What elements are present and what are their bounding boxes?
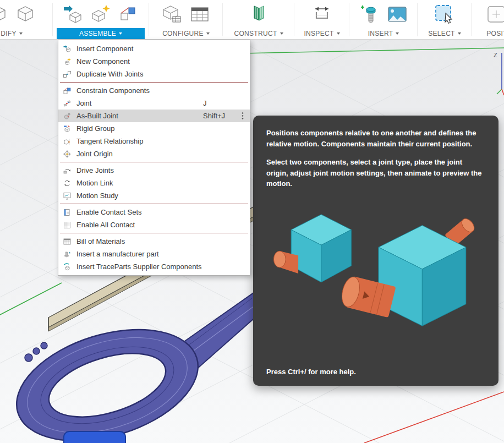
motion-link-icon	[63, 179, 73, 188]
viewcube-z-label: Z	[494, 52, 497, 58]
menu-item-constrain-components[interactable]: Constrain Components	[58, 84, 250, 97]
toolbar: DIFY ASSEMBLE CONFIGURE CONSTRUCT INSPEC…	[0, 0, 504, 40]
menu-item-label: Insert TraceParts Supplier Components	[76, 262, 202, 271]
menu-divider	[60, 162, 248, 162]
configuration-table-icon[interactable]	[189, 3, 211, 25]
insert-component-icon	[63, 45, 73, 53]
small-cube-illustration	[273, 214, 351, 282]
menu-item-label: Motion Study	[76, 192, 118, 200]
menu-item-insert-component[interactable]: Insert Component	[58, 42, 250, 55]
configure-component-icon[interactable]	[161, 3, 183, 25]
tab-group-construct: CONSTRUCT	[223, 0, 294, 39]
enable-contact-sets-icon	[63, 208, 73, 217]
measure-icon[interactable]	[311, 3, 333, 25]
insert-fastener-icon[interactable]	[359, 3, 381, 25]
constrain-components-icon[interactable]	[117, 3, 139, 25]
as-built-joint-icon	[63, 112, 73, 121]
toolbar-separator	[471, 3, 472, 36]
tab-construct[interactable]: CONSTRUCT	[228, 28, 288, 39]
tab-group-modify: DIFY	[0, 0, 51, 39]
menu-item-insert-traceparts[interactable]: Insert TraceParts Supplier Components	[58, 260, 250, 273]
more-options-icon[interactable]	[239, 111, 246, 121]
menu-item-joint[interactable]: Joint J	[58, 97, 250, 110]
bill-of-materials-icon	[63, 237, 73, 246]
tooltip-paragraph: Select two components, select a joint ty…	[266, 157, 485, 189]
large-cube-illustration	[339, 216, 476, 326]
enable-all-contact-icon	[63, 221, 73, 229]
joint-origin-icon	[63, 150, 73, 158]
new-component-icon[interactable]	[90, 3, 112, 25]
dropdown-arrow-icon	[206, 32, 210, 35]
tooltip-help-hint: Press Ctrl+/ for more help.	[266, 367, 356, 378]
tab-configure[interactable]: CONFIGURE	[157, 28, 215, 39]
menu-item-label: Constrain Components	[76, 86, 150, 95]
menu-item-as-built-joint[interactable]: As-Built Joint Shift+J	[58, 110, 250, 122]
menu-item-label: New Component	[76, 57, 130, 65]
tab-modify[interactable]: DIFY	[0, 28, 28, 39]
modify-tool-icon[interactable]	[14, 3, 36, 25]
construct-plane-icon[interactable]	[248, 3, 270, 25]
menu-item-duplicate-with-joints[interactable]: Duplicate With Joints	[58, 68, 250, 80]
tab-position[interactable]: POSIT	[481, 28, 504, 39]
menu-item-label: Rigid Group	[76, 124, 114, 133]
insert-manufacturer-part-icon	[63, 250, 73, 259]
modify-tool-icon[interactable]	[0, 3, 9, 25]
select-cursor-icon[interactable]	[434, 3, 456, 25]
joint-illustration	[266, 197, 485, 341]
menu-item-shortcut: Shift+J	[203, 112, 225, 120]
dropdown-arrow-icon	[119, 32, 122, 35]
menu-item-motion-link[interactable]: Motion Link	[58, 177, 250, 189]
constrain-components-icon	[63, 86, 73, 95]
tab-group-assemble: ASSEMBLE	[53, 0, 149, 39]
menu-item-label: Bill of Materials	[76, 237, 125, 245]
menu-item-joint-origin[interactable]: Joint Origin	[58, 147, 250, 160]
menu-item-label: Motion Link	[76, 179, 113, 187]
dropdown-arrow-icon	[396, 32, 399, 35]
joint-icon	[63, 99, 73, 108]
new-component-icon	[63, 57, 73, 66]
drive-joints-icon	[63, 166, 73, 175]
tab-inspect[interactable]: INSPECT	[298, 28, 345, 39]
tab-select[interactable]: SELECT	[423, 28, 466, 39]
menu-item-new-component[interactable]: New Component	[58, 55, 250, 68]
menu-item-label: Joint Origin	[76, 150, 113, 158]
menu-item-enable-contact-sets[interactable]: Enable Contact Sets	[58, 206, 250, 218]
rigid-group-icon	[63, 124, 73, 133]
menu-item-motion-study[interactable]: Motion Study	[58, 189, 250, 202]
menu-item-label: Enable All Contact	[76, 221, 135, 229]
menu-divider	[60, 82, 248, 83]
menu-item-tangent-relationship[interactable]: Tangent Relationship	[58, 135, 250, 147]
toolbar-separator	[294, 3, 294, 36]
tab-group-configure: CONFIGURE	[150, 0, 222, 39]
menu-divider	[60, 204, 248, 204]
menu-item-label: Drive Joints	[76, 166, 114, 174]
duplicate-with-joints-icon	[63, 70, 73, 79]
tab-group-position: POSIT	[472, 0, 504, 39]
blue-part[interactable]	[64, 431, 125, 443]
as-built-joint-tooltip: Positions components relative to one ano…	[253, 116, 498, 386]
menu-item-label: Insert Component	[76, 45, 133, 53]
dropdown-arrow-icon	[458, 32, 461, 35]
toolbar-separator	[417, 3, 418, 36]
tab-group-inspect: INSPECT	[295, 0, 349, 39]
assemble-menu: Insert Component New Component Duplicate…	[58, 40, 250, 276]
menu-item-rigid-group[interactable]: Rigid Group	[58, 122, 250, 135]
dropdown-arrow-icon	[19, 32, 23, 35]
menu-item-label: Duplicate With Joints	[76, 70, 143, 78]
toolbar-separator	[349, 3, 349, 36]
menu-item-insert-manufacturer-part[interactable]: Insert a manufacturer part	[58, 248, 250, 260]
motion-study-icon	[63, 192, 73, 200]
tab-insert[interactable]: INSERT	[363, 28, 405, 39]
menu-item-label: Enable Contact Sets	[76, 208, 142, 216]
tangent-relationship-icon	[63, 137, 73, 146]
menu-item-bill-of-materials[interactable]: Bill of Materials	[58, 235, 250, 248]
toolbar-separator	[222, 3, 223, 36]
menu-item-enable-all-contact[interactable]: Enable All Contact	[58, 218, 250, 231]
position-icon[interactable]	[486, 3, 504, 25]
insert-image-icon[interactable]	[386, 3, 408, 25]
tab-assemble[interactable]: ASSEMBLE	[57, 28, 145, 39]
menu-item-drive-joints[interactable]: Drive Joints	[58, 164, 250, 177]
menu-item-label: Insert a manufacturer part	[76, 250, 159, 258]
insert-component-icon[interactable]	[62, 3, 84, 25]
menu-item-label: Tangent Relationship	[76, 137, 143, 145]
